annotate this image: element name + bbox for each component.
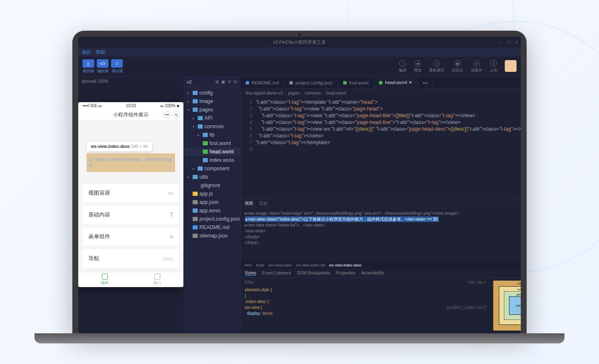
tab-more[interactable]: ••• — [418, 77, 433, 88]
style-tabs: Styles Event Listeners DOM Breakpoints P… — [241, 269, 521, 278]
file-tree: ▸config▸image▾pages▸API▾common▸libfoot.w… — [183, 87, 240, 333]
menu-item[interactable]: 基础内容T — [82, 206, 179, 224]
tree-item-utils[interactable]: ▸utils — [183, 173, 240, 181]
dom-panel[interactable]: ▸<wx-image class="index-logo" src="../re… — [241, 208, 521, 261]
tree-item-image[interactable]: ▸image — [183, 97, 240, 106]
tree-item-index.wxss[interactable]: index.wxss — [183, 156, 240, 164]
nav-icon: ○○○ — [163, 255, 173, 262]
menu-project[interactable]: 项目 — [82, 49, 91, 55]
tab-properties[interactable]: Properties — [336, 271, 355, 275]
editor-tabs: README.mdproject.config.jsonfoot.wxmlhea… — [241, 77, 521, 89]
tree-item-app.js[interactable]: app.js — [183, 190, 240, 198]
compile-button[interactable]: ◌编译 — [399, 60, 406, 73]
tab-api[interactable]: 接口 — [131, 272, 183, 287]
tree-item-pages[interactable]: ▾pages — [183, 106, 240, 114]
simulator-header: iphone6 100% — [78, 77, 183, 85]
tab-styles[interactable]: Styles — [245, 271, 256, 276]
close-icon[interactable]: ✕ — [515, 40, 518, 45]
form-icon: ≡ — [170, 233, 173, 240]
toolbar-right: ◌编译 ◉预览 ▯真机调试 ▣切后台 ⊘清缓存 ↥上传 — [399, 60, 517, 73]
tree-item-app.wxss[interactable]: app.wxss — [183, 206, 240, 215]
tree-item-sitemap.json[interactable]: sitemap.json — [183, 232, 240, 240]
phone-tabbar: 组件 接口 — [78, 272, 183, 287]
tree-item-head.wxml[interactable]: head.wxml — [183, 148, 240, 156]
code-area: 12345678 "t-attr">class="t-tag"><templat… — [241, 97, 521, 199]
tree-item-API[interactable]: ▸API — [183, 114, 240, 122]
toolbar: ▯模拟器 </>编辑器 ⁝⁝调试器 ◌编译 ◉预览 ▯真机调试 ▣切后台 ⊘清缓… — [78, 57, 521, 77]
phone-preview: ••••l IDE ⁠ᵯ 10:01 ⁠ᵯ 100% ■ 小程序组件展示 •••… — [78, 102, 183, 287]
tab-component[interactable]: 组件 — [78, 272, 131, 287]
menu-item[interactable]: 表单组件≡ — [82, 227, 179, 246]
tree-item-project.config.json[interactable]: project.config.json — [183, 215, 240, 223]
debugger-button[interactable]: ⁝⁝调试器 — [111, 59, 123, 74]
api-icon — [154, 274, 160, 280]
tree-item-common[interactable]: ▾common — [183, 122, 240, 131]
explorer-header: v2 ⊞▣⟲⊟ — [183, 77, 240, 87]
camera — [298, 33, 301, 36]
minimize-icon[interactable]: — — [498, 40, 503, 45]
main-area: iphone6 100% ••••l IDE ⁠ᵯ 10:01 ⁠ᵯ 100% … — [78, 77, 521, 333]
clear-cache-button[interactable]: ⊘清缓存 — [471, 60, 482, 73]
menu-help[interactable]: 帮助 — [96, 49, 105, 55]
editor-panel: README.mdproject.config.jsonfoot.wxmlhea… — [241, 77, 521, 333]
simulator-panel: iphone6 100% ••••l IDE ⁠ᵯ 10:01 ⁠ᵯ 100% … — [78, 77, 183, 333]
text-icon: T — [170, 211, 173, 218]
close-capsule-icon[interactable]: ⊙ — [172, 111, 180, 119]
tree-item-README.md[interactable]: README.md — [183, 223, 240, 232]
tab-accessibility[interactable]: Accessibility — [361, 271, 384, 275]
menubar: 项目 帮助 — [78, 47, 521, 57]
menu-item[interactable]: 导航○○○ — [82, 249, 179, 268]
devtools: 视图 日志 ▸<wx-image class="index-logo" src=… — [241, 199, 521, 333]
inspector-highlight: 以下将展示小程序官方组件能力，组件样式仅供参考。 — [87, 153, 175, 172]
refresh-icon[interactable]: ⟲ — [228, 79, 231, 84]
window-title: v2-FinClip小程序开发工具 — [273, 39, 326, 45]
editor-button[interactable]: </>编辑器 — [97, 59, 109, 74]
phone-body: wx-view.index-desc 240 × 44 以下将展示小程序官方组件… — [78, 121, 183, 272]
file-explorer: v2 ⊞▣⟲⊟ ▸config▸image▾pages▸API▾common▸l… — [183, 77, 241, 333]
css-panel[interactable]: Filter:hov .cls +element.style {}.index-… — [241, 278, 490, 333]
tree-item-foot.wxml[interactable]: foot.wxml — [183, 139, 240, 148]
tab-foot.wxml[interactable]: foot.wxml — [338, 77, 374, 88]
tree-item-config[interactable]: ▸config — [183, 89, 240, 97]
tab-project.config.json[interactable]: project.config.json — [284, 77, 338, 88]
dt-tab-view[interactable]: 视图 — [245, 200, 253, 206]
tab-listeners[interactable]: Event Listeners — [262, 271, 291, 275]
collapse-icon[interactable]: ⊟ — [233, 79, 237, 84]
grid-icon — [102, 274, 108, 280]
preview-button[interactable]: ◉预览 — [414, 60, 421, 73]
avatar[interactable] — [505, 60, 517, 72]
breadcrumb: fino-applet-demo-v2pagescommonhead.wxml — [241, 89, 521, 97]
background-button[interactable]: ▣切后台 — [452, 60, 463, 73]
tab-README.md[interactable]: README.md — [241, 77, 284, 88]
app-screen: v2-FinClip小程序开发工具 — ▢ ✕ 项目 帮助 ▯模拟器 </>编辑… — [78, 37, 521, 333]
titlebar: v2-FinClip小程序开发工具 — ▢ ✕ — [78, 37, 521, 47]
code-lines[interactable]: "t-attr">class="t-tag"><template "t-attr… — [256, 97, 521, 199]
box-model: margin10 border- padding- 240 × 44 — [493, 280, 521, 331]
more-icon[interactable]: ••• — [163, 111, 171, 119]
devtools-tabs: 视图 日志 — [241, 199, 521, 208]
laptop-frame: v2-FinClip小程序开发工具 — ▢ ✕ 项目 帮助 ▯模拟器 </>编辑… — [72, 31, 527, 333]
new-folder-icon[interactable]: ▣ — [221, 79, 225, 84]
phone-navbar: 小程序组件展示 •••⊙ — [78, 110, 183, 121]
tree-item-lib[interactable]: ▸lib — [183, 131, 240, 139]
upload-button[interactable]: ↥上传 — [490, 60, 497, 73]
new-file-icon[interactable]: ⊞ — [215, 79, 219, 84]
simulator-button[interactable]: ▯模拟器 — [82, 59, 94, 74]
window-controls: — ▢ ✕ — [498, 40, 518, 45]
dt-tab-log[interactable]: 日志 — [259, 200, 268, 206]
phone-statusbar: ••••l IDE ⁠ᵯ 10:01 ⁠ᵯ 100% ■ — [78, 102, 183, 110]
menu-list: 视图容器▭ 基础内容T 表单组件≡ 导航○○○ — [82, 184, 179, 268]
maximize-icon[interactable]: ▢ — [507, 40, 511, 45]
dom-breadcrumb: htmlbodywx-view.indexwx-view.index-hdwx-… — [241, 261, 521, 269]
toolbar-left: ▯模拟器 </>编辑器 ⁝⁝调试器 — [82, 59, 123, 74]
remote-debug-button[interactable]: ▯真机调试 — [429, 60, 444, 73]
menu-item[interactable]: 视图容器▭ — [82, 184, 179, 202]
tree-item-app.json[interactable]: app.json — [183, 198, 240, 206]
tree-item-component[interactable]: ▸component — [183, 164, 240, 173]
line-gutter: 12345678 — [241, 97, 256, 199]
tree-item-.gitignore[interactable]: .gitignore — [183, 181, 240, 190]
style-body: Filter:hov .cls +element.style {}.index-… — [241, 278, 521, 333]
tab-breakpoints[interactable]: DOM Breakpoints — [297, 271, 330, 275]
tab-head.wxml[interactable]: head.wxml ✕ — [374, 77, 418, 88]
inspector-tooltip: wx-view.index-desc 240 × 44 — [87, 142, 152, 151]
